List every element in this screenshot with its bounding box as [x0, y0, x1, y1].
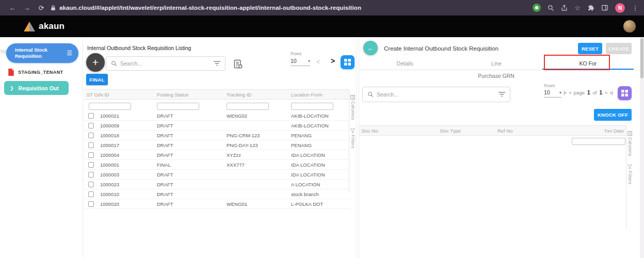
- browser-profile-avatar[interactable]: N: [615, 3, 625, 13]
- tenant-selector[interactable]: STAGING_TENANT: [8, 69, 63, 76]
- akaun-logo[interactable]: akaun: [24, 21, 65, 31]
- filter-variant-icon[interactable]: [498, 92, 505, 97]
- table-row[interactable]: 1000017 DRAFT PNG-DAY-123 PENANG: [84, 140, 351, 150]
- filters-toggle[interactable]: Filters: [627, 171, 633, 185]
- location-from-cell: IDA LOCATION: [288, 152, 351, 158]
- table-row[interactable]: 1000023 DRAFT A LOCATION: [84, 180, 351, 189]
- row-checkbox[interactable]: [88, 113, 94, 119]
- checkbox-cell: [84, 142, 98, 148]
- table-row[interactable]: 1000004 DRAFT XYZzz IDA LOCATION: [84, 150, 351, 160]
- last-page-icon[interactable]: >|: [609, 90, 613, 95]
- row-checkbox[interactable]: [88, 123, 94, 128]
- create-button[interactable]: CREATE: [606, 43, 632, 54]
- ko-search-input[interactable]: [377, 91, 495, 98]
- col-header-doc-no[interactable]: Doc No: [359, 128, 438, 134]
- table-row[interactable]: 1000010 DRAFT stock branch: [84, 189, 351, 199]
- extension-green-icon[interactable]: [533, 4, 541, 12]
- filters-funnel-icon[interactable]: [350, 128, 355, 133]
- filter-variant-icon[interactable]: [214, 61, 220, 66]
- filter-posting-status-input[interactable]: [157, 103, 199, 110]
- filter-tracking-id-input[interactable]: [227, 103, 269, 110]
- collapse-menu-icon[interactable]: ☰: [67, 50, 72, 57]
- col-header-txn-date[interactable]: Txn Date: [572, 128, 626, 134]
- create-panel: ← Create Internal Outbound Stock Requisi…: [359, 38, 633, 258]
- filter-location-from-input[interactable]: [291, 103, 333, 110]
- back-button[interactable]: ←: [363, 41, 378, 55]
- browser-forward-icon[interactable]: →: [20, 4, 34, 12]
- prev-page-icon[interactable]: <: [569, 90, 571, 95]
- columns-toggle[interactable]: Columns: [350, 101, 356, 120]
- sidebar-item-requisition-out[interactable]: ❯ Requisition Out: [4, 81, 69, 95]
- filters-toggle[interactable]: Filters: [350, 135, 356, 149]
- next-page-icon[interactable]: >: [605, 90, 607, 95]
- checkbox-cell: [84, 133, 98, 138]
- posting-status-cell: DRAFT: [154, 152, 224, 158]
- tab-details[interactable]: Details: [359, 57, 450, 70]
- col-header-posting-status[interactable]: Posting Status: [154, 92, 224, 98]
- table-row[interactable]: 1000021 DRAFT WENG02 AKIB-LOCATION: [84, 111, 351, 121]
- checkbox-cell: [84, 162, 98, 168]
- saved-list-icon[interactable]: [232, 58, 244, 70]
- col-header-tracking-id[interactable]: Tracking ID: [224, 92, 288, 98]
- row-checkbox[interactable]: [88, 201, 94, 207]
- browser-back-icon[interactable]: ←: [5, 4, 20, 12]
- tenant-icon: [8, 69, 14, 76]
- add-button[interactable]: +: [86, 53, 105, 72]
- row-checkbox[interactable]: [88, 133, 94, 138]
- col-header-st-gin-id[interactable]: ST GIN ID: [84, 92, 154, 98]
- table-header-row: Doc No Doc Type Ref No Txn Date: [359, 125, 626, 136]
- filter-st-gin-id-input[interactable]: [89, 103, 131, 110]
- knock-off-button[interactable]: KNOCK OFF: [594, 109, 632, 121]
- bookmark-star-icon[interactable]: ☆: [574, 5, 581, 11]
- tab-line[interactable]: Line: [450, 57, 542, 70]
- st-gin-id-cell: 1000003: [98, 172, 154, 178]
- sidebar-applet-button[interactable]: Internal Stock Requisition ☰: [6, 43, 78, 63]
- browser-menu-icon[interactable]: ⋮: [632, 4, 639, 12]
- table-row[interactable]: 1000003 DRAFT IDA LOCATION: [84, 170, 351, 180]
- row-checkbox[interactable]: [88, 172, 94, 178]
- tab-ko-for[interactable]: KO For: [542, 57, 634, 70]
- scrollbar-thumb[interactable]: [640, 38, 643, 78]
- grid-view-button[interactable]: [341, 55, 355, 69]
- table-row[interactable]: 1000009 DRAFT AKIB-LOCATION: [84, 121, 351, 131]
- ko-search-box[interactable]: [362, 87, 510, 102]
- listing-search-input[interactable]: [120, 60, 211, 67]
- final-filter-button[interactable]: FINAL: [86, 74, 108, 85]
- rows-label: Rows: [291, 51, 301, 56]
- grid-view-button[interactable]: [618, 86, 632, 100]
- table-header-row: ST GIN ID Posting Status Tracking ID Loc…: [84, 89, 351, 100]
- rows-per-page-select[interactable]: 10 ▾: [544, 89, 561, 98]
- share-icon[interactable]: [561, 5, 568, 11]
- listing-search-box[interactable]: [106, 56, 226, 71]
- tracking-id-cell: WENG01: [224, 201, 288, 207]
- filters-funnel-icon[interactable]: [627, 165, 632, 169]
- columns-icon[interactable]: [350, 95, 355, 100]
- col-header-ref-no[interactable]: Ref No: [495, 128, 572, 134]
- address-bar[interactable]: akaun.cloud/#/applet/tnt/wavelet/erp/int…: [51, 5, 526, 11]
- row-checkbox[interactable]: [88, 152, 94, 158]
- table-row[interactable]: 1000001 FINAL XXX777 IDA LOCATION: [84, 160, 351, 170]
- browser-refresh-icon[interactable]: ⟳: [34, 4, 49, 12]
- prev-page-icon[interactable]: <: [316, 58, 320, 66]
- table-row[interactable]: 1000020 DRAFT WENG01 L-POLKA DOT: [84, 199, 351, 209]
- row-checkbox[interactable]: [88, 191, 94, 197]
- user-avatar[interactable]: [623, 20, 636, 33]
- col-header-doc-type[interactable]: Doc Type: [438, 128, 495, 134]
- columns-toggle[interactable]: Columns: [627, 137, 633, 156]
- first-page-icon[interactable]: |<: [564, 90, 567, 95]
- next-page-icon[interactable]: >: [331, 57, 335, 65]
- table-row[interactable]: 1000018 DRAFT PNG-CRM-123 PENANG: [84, 131, 351, 140]
- side-panel-icon[interactable]: [601, 4, 608, 11]
- page-scrollbar[interactable]: [640, 37, 644, 258]
- rows-per-page-select[interactable]: 10 ▾: [291, 58, 310, 66]
- columns-icon[interactable]: [627, 131, 632, 136]
- browser-search-icon[interactable]: [548, 5, 554, 11]
- filter-txn-date-input[interactable]: [572, 138, 625, 145]
- posting-status-cell: DRAFT: [154, 123, 224, 128]
- reset-button[interactable]: RESET: [578, 43, 602, 54]
- row-checkbox[interactable]: [88, 142, 94, 148]
- row-checkbox[interactable]: [88, 182, 94, 187]
- extensions-puzzle-icon[interactable]: [587, 4, 594, 11]
- row-checkbox[interactable]: [88, 162, 94, 168]
- col-header-location-from[interactable]: Location From: [288, 92, 351, 98]
